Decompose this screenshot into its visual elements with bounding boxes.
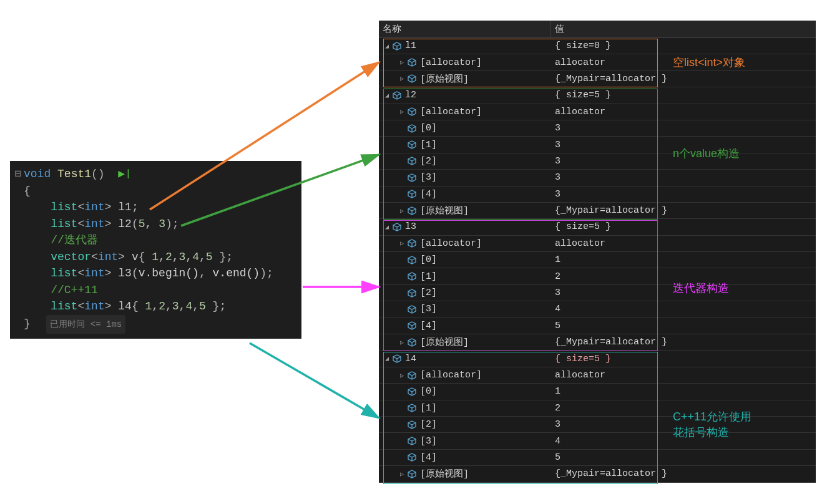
function-name: Test1 — [57, 168, 91, 180]
object-icon — [406, 420, 418, 430]
watch-row[interactable]: ▷[allocator]allocator — [379, 104, 816, 120]
object-icon — [406, 124, 418, 133]
number: 1 — [152, 251, 159, 263]
expander-spacer — [398, 272, 406, 281]
chevron-down-icon[interactable]: ◢ — [383, 42, 391, 51]
watch-row[interactable]: [0]1 — [379, 384, 816, 400]
chevron-down-icon[interactable]: ◢ — [383, 354, 391, 363]
watch-row[interactable]: ◢l3{ size=5 } — [379, 219, 816, 235]
number: 3 — [159, 218, 165, 230]
expander-spacer — [398, 256, 406, 264]
watch-row[interactable]: ▷[原始视图]{_Mypair=allocator } — [379, 203, 816, 219]
annotation-text: C++11允许使用花括号构造 — [673, 410, 751, 439]
object-icon — [406, 436, 418, 446]
watch-value-cell: allocator — [551, 237, 816, 250]
object-icon — [406, 371, 418, 380]
column-header-value[interactable]: 值 — [551, 21, 816, 37]
watch-row[interactable]: [4]5 — [379, 450, 816, 466]
object-icon — [391, 41, 403, 51]
watch-value-cell: { size=5 } — [551, 220, 816, 233]
watch-row[interactable]: [3]4 — [379, 301, 816, 317]
code-line: //C++11 — [10, 282, 301, 299]
object-icon — [406, 74, 418, 84]
object-icon — [406, 189, 418, 199]
parens: () — [91, 168, 105, 180]
code-line: //迭代器 — [10, 232, 301, 249]
watch-row[interactable]: ▷[allocator]allocator — [379, 236, 816, 252]
watch-row[interactable]: [3]3 — [379, 170, 816, 186]
object-icon — [406, 140, 418, 150]
watch-name-text: l3 — [405, 221, 416, 232]
watch-row[interactable]: ▷[原始视图]{_Mypair=allocator } — [379, 71, 816, 87]
watch-row[interactable]: ◢l2{ size=5 } — [379, 87, 816, 104]
chevron-right-icon[interactable]: ▷ — [398, 74, 406, 83]
chevron-right-icon[interactable]: ▷ — [398, 470, 406, 478]
watch-name-text: [2] — [420, 419, 437, 430]
watch-name-cell: [0] — [379, 386, 551, 397]
annotation-l1: 空list<int>对象 — [673, 55, 745, 70]
watch-row[interactable]: ▷[allocator]allocator — [379, 367, 816, 384]
watch-name-cell: [4] — [379, 452, 551, 463]
number: 3 — [179, 251, 186, 263]
object-icon — [406, 387, 418, 397]
watch-row[interactable]: [2]3 — [379, 285, 816, 301]
type: vector — [51, 251, 91, 263]
watch-name-text: [2] — [420, 288, 437, 298]
identifier: v — [132, 251, 139, 263]
watch-value-cell: {_Mypair=allocator } — [551, 467, 816, 480]
watch-name-cell: [1] — [379, 271, 551, 282]
watch-row[interactable]: ◢l4{ size=5 } — [379, 351, 816, 367]
expander-spacer — [398, 453, 406, 462]
watch-row[interactable]: [0]3 — [379, 120, 816, 137]
column-header-name[interactable]: 名称 — [379, 21, 551, 37]
code-line: ⊟void Test1() ▶❘ — [10, 166, 301, 183]
watch-name-text: [allocator] — [420, 107, 482, 117]
chevron-right-icon[interactable]: ▷ — [398, 338, 406, 347]
identifier: l2 — [118, 218, 132, 230]
timing-badge: 已用时间 <= 1ms — [46, 315, 125, 334]
chevron-right-icon[interactable]: ▷ — [398, 107, 406, 116]
watch-name-text: [0] — [420, 254, 437, 265]
watch-name-cell: ◢l3 — [379, 221, 551, 232]
chevron-right-icon[interactable]: ▷ — [398, 239, 406, 248]
watch-row[interactable]: ▷[原始视图]{_Mypair=allocator } — [379, 466, 816, 482]
watch-name-text: [4] — [420, 452, 437, 463]
object-icon — [406, 57, 418, 67]
watch-name-text: [原始视图] — [420, 468, 469, 480]
watch-row[interactable]: [1]2 — [379, 268, 816, 284]
object-icon — [406, 337, 418, 347]
code-editor: ⊟void Test1() ▶❘ { list<int> l1; list<in… — [10, 161, 301, 339]
call: v.end() — [213, 267, 260, 279]
watch-row[interactable]: [0]1 — [379, 252, 816, 268]
watch-name-cell: [2] — [379, 156, 551, 167]
comment: //迭代器 — [51, 234, 98, 246]
watch-row[interactable]: ▷[allocator]allocator — [379, 54, 816, 70]
number: 4 — [192, 251, 199, 263]
chevron-right-icon[interactable]: ▷ — [398, 58, 406, 67]
watch-row[interactable]: ▷[原始视图]{_Mypair=allocator } — [379, 334, 816, 351]
watch-value-cell: { size=5 } — [551, 352, 816, 366]
object-icon — [391, 354, 403, 364]
watch-name-cell: ◢l2 — [379, 90, 551, 100]
watch-name-cell: [4] — [379, 321, 551, 331]
watch-row[interactable]: [4]3 — [379, 187, 816, 203]
object-icon — [406, 156, 418, 166]
watch-value-cell: { size=5 } — [551, 89, 816, 102]
watch-name-cell: ▷[allocator] — [379, 238, 551, 249]
chevron-right-icon[interactable]: ▷ — [398, 371, 406, 380]
watch-row[interactable]: ◢l1{ size=0 } — [379, 38, 816, 54]
object-icon — [391, 222, 403, 232]
watch-row[interactable]: [2]3 — [379, 153, 816, 170]
object-icon — [391, 90, 403, 100]
number: 2 — [165, 251, 172, 263]
watch-row[interactable]: [4]5 — [379, 318, 816, 334]
watch-row[interactable]: [1]3 — [379, 137, 816, 153]
run-icon[interactable]: ▶❘ — [118, 168, 132, 180]
collapse-icon[interactable]: ⊟ — [12, 166, 24, 183]
chevron-down-icon[interactable]: ◢ — [383, 91, 391, 100]
chevron-right-icon[interactable]: ▷ — [398, 206, 406, 215]
expander-spacer — [398, 289, 406, 298]
chevron-down-icon[interactable]: ◢ — [383, 223, 391, 231]
annotation-l4: C++11允许使用花括号构造 — [673, 409, 751, 440]
watch-value-cell: allocator — [551, 369, 816, 382]
